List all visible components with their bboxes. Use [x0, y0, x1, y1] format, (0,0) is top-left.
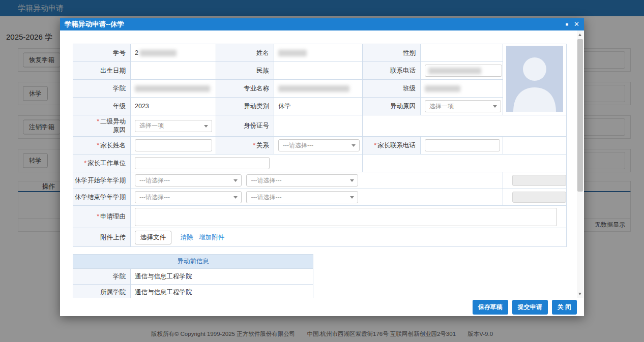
- empty-cell: [503, 137, 567, 154]
- choose-file-button[interactable]: 选择文件: [135, 231, 171, 244]
- redacted-college: [135, 85, 210, 92]
- table-row: 附件上传 选择文件 清除 增加附件: [73, 228, 567, 247]
- birthdate-value: [131, 62, 216, 80]
- suspension-end-readonly-input: [512, 192, 566, 203]
- major-value: [274, 80, 363, 98]
- required-asterisk: *: [97, 118, 99, 125]
- submit-application-button[interactable]: 提交申请: [512, 300, 548, 315]
- suspension-start-readonly-input: [512, 175, 566, 186]
- relation-select[interactable]: ---请选择---: [278, 139, 360, 151]
- modal-footer: 保存草稿 提交申请 关 闭: [60, 298, 584, 316]
- suspension-start-label: 休学开始学年学期: [73, 172, 131, 189]
- scrollbar-thumb[interactable]: [577, 39, 583, 192]
- table-row: *家长姓名 *关系 ---请选择--- *家长联系电话: [73, 137, 567, 154]
- maximize-icon[interactable]: ■: [566, 18, 568, 30]
- suspension-start-term-select[interactable]: ---请选择---: [246, 174, 358, 186]
- before-change-info-table: 异动前信息 学院 通信与信息工程学院 所属学院 通信与信息工程学院: [73, 254, 313, 298]
- suspension-end-label: 休学结束学年学期: [73, 189, 131, 206]
- table-row: 异动前信息: [73, 255, 313, 269]
- relation-cell: ---请选择---: [274, 137, 363, 154]
- parent-name-input[interactable]: [135, 139, 212, 151]
- modal-body: 学号 2 姓名 性别: [60, 30, 584, 298]
- class-value: [421, 80, 503, 98]
- gender-label: 性别: [363, 44, 421, 62]
- table-row: 所属学院 通信与信息工程学院: [73, 285, 313, 298]
- table-row: 年级 2023 异动类别 休学 异动原因 选择一项: [73, 98, 567, 115]
- reason-label: *申请理由: [73, 206, 131, 228]
- close-button[interactable]: 关 闭: [552, 300, 577, 315]
- parent-workplace-input[interactable]: [135, 157, 270, 169]
- empty-cell: [363, 115, 567, 137]
- ethnicity-value: [274, 62, 363, 80]
- modal-dialog: 学籍异动申请--休学 ■ ✕ 学号 2 姓名: [60, 18, 584, 316]
- select-placeholder: 选择一项: [429, 102, 454, 111]
- modal-titlebar: 学籍异动申请--休学 ■ ✕: [60, 18, 584, 30]
- student-photo-cell: [503, 44, 567, 115]
- secondary-reason-label: *二级异动 原因: [73, 115, 131, 137]
- parent-workplace-cell: [131, 154, 363, 172]
- relation-label: *关系: [216, 137, 274, 154]
- change-reason-label: 异动原因: [363, 98, 421, 115]
- before-affiliated-college-value: 通信与信息工程学院: [131, 285, 313, 298]
- suspension-start-readonly-cell: [503, 172, 567, 189]
- required-asterisk: *: [97, 142, 99, 149]
- parent-phone-label: *家长联系电话: [363, 137, 421, 154]
- phone-label: 联系电话: [363, 62, 421, 80]
- redacted-phone: [428, 68, 481, 74]
- parent-name-cell: [131, 137, 216, 154]
- before-affiliated-college-label: 所属学院: [73, 285, 131, 298]
- suspension-end-year-select[interactable]: ---请选择---: [135, 191, 242, 203]
- phone-input[interactable]: [425, 65, 502, 77]
- name-label: 姓名: [216, 44, 274, 62]
- required-asterisk: *: [97, 213, 99, 220]
- clear-attachment-link[interactable]: 清除: [180, 234, 193, 241]
- save-draft-button[interactable]: 保存草稿: [473, 300, 508, 315]
- close-icon[interactable]: ✕: [574, 18, 579, 30]
- student-id-value: 2: [131, 44, 216, 62]
- suspension-end-term-select[interactable]: ---请选择---: [246, 191, 358, 203]
- redacted-student-id: [140, 50, 177, 56]
- table-row: *二级异动 原因 选择一项 身份证号: [73, 115, 567, 137]
- scroll-down-arrow[interactable]: [577, 290, 583, 297]
- college-label: 学院: [73, 80, 131, 98]
- reason-textarea[interactable]: [135, 208, 557, 226]
- table-row: 出生日期 民族 联系电话: [73, 62, 567, 80]
- application-form-table: 学号 2 姓名 性别: [73, 44, 567, 247]
- parent-phone-input[interactable]: [425, 139, 500, 151]
- add-attachment-link[interactable]: 增加附件: [199, 234, 224, 241]
- suspension-start-year-select[interactable]: ---请选择---: [135, 174, 242, 186]
- ethnicity-label: 民族: [216, 62, 274, 80]
- scroll-up-arrow[interactable]: [577, 31, 583, 39]
- required-asterisk: *: [374, 142, 376, 149]
- table-row: 学号 2 姓名 性别: [73, 44, 567, 62]
- parent-name-label: *家长姓名: [73, 137, 131, 154]
- suspension-end-cell: ---请选择--- ---请选择---: [131, 189, 503, 206]
- major-label: 专业名称: [216, 80, 274, 98]
- suspension-end-readonly-cell: [503, 189, 567, 206]
- suspension-start-cell: ---请选择--- ---请选择---: [131, 172, 503, 189]
- modal-scrollbar[interactable]: [577, 30, 583, 298]
- change-reason-select[interactable]: 选择一项: [425, 100, 501, 112]
- secondary-reason-select[interactable]: 选择一项: [135, 120, 212, 132]
- student-id-label: 学号: [73, 44, 131, 62]
- parent-workplace-label: *家长工作单位: [73, 154, 131, 172]
- before-college-label: 学院: [73, 269, 131, 285]
- student-id-prefix: 2: [135, 49, 138, 56]
- grade-label: 年级: [73, 98, 131, 115]
- table-row: 休学结束学年学期 ---请选择--- ---请选择---: [73, 189, 567, 206]
- table-row: *家长工作单位: [73, 154, 567, 172]
- select-placeholder: ---请选择---: [283, 141, 313, 150]
- table-row: 休学开始学年学期 ---请选择--- ---请选择---: [73, 172, 567, 189]
- before-change-info-header: 异动前信息: [73, 255, 313, 269]
- select-placeholder: 选择一项: [139, 121, 164, 130]
- change-type-label: 异动类别: [216, 98, 274, 115]
- secondary-reason-cell: 选择一项: [131, 115, 216, 137]
- person-silhouette-icon: [506, 46, 563, 112]
- class-label: 班级: [363, 80, 421, 98]
- parent-phone-cell: [421, 137, 503, 154]
- id-number-value: [274, 115, 363, 137]
- redacted-class: [425, 85, 460, 92]
- redacted-major: [278, 85, 349, 92]
- required-asterisk: *: [84, 160, 86, 167]
- attachment-cell: 选择文件 清除 增加附件: [131, 228, 567, 247]
